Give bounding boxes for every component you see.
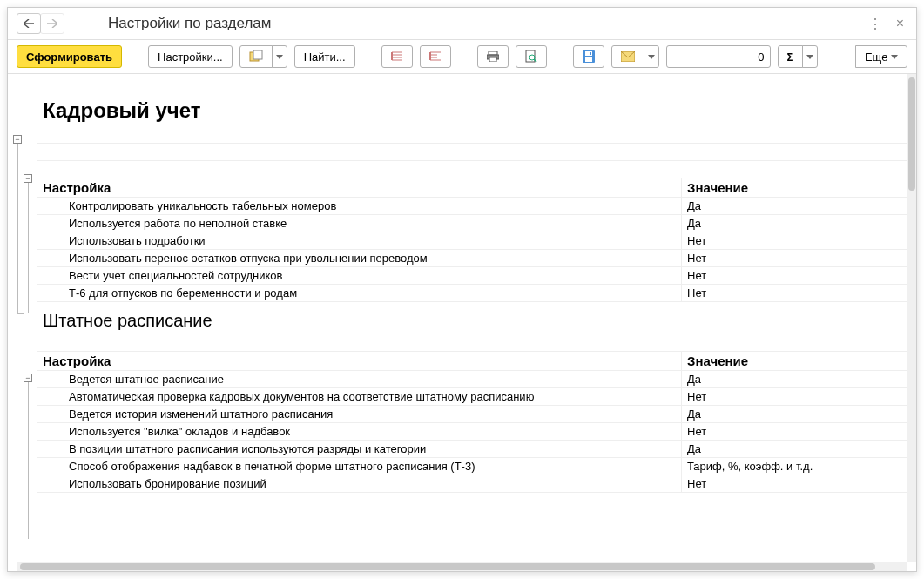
email-dropdown[interactable] bbox=[644, 45, 659, 68]
email-button[interactable] bbox=[611, 45, 644, 68]
more-group: Еще bbox=[856, 45, 907, 68]
table-header-1: Настройка Значение bbox=[37, 178, 907, 198]
settings-variant-button[interactable] bbox=[239, 45, 273, 68]
horizontal-scrollbar[interactable] bbox=[17, 562, 907, 571]
tree-collapse-section-1[interactable]: − bbox=[13, 135, 22, 144]
table-row[interactable]: Ведется штатное расписаниеДа bbox=[37, 371, 907, 388]
section-title-1: Кадровый учет bbox=[37, 91, 907, 126]
collapse-groups-button[interactable] bbox=[420, 45, 451, 68]
settings-button[interactable]: Настройки... bbox=[148, 45, 233, 68]
table-row[interactable]: Автоматическая проверка кадровых докумен… bbox=[37, 388, 907, 406]
print-button[interactable] bbox=[477, 45, 509, 68]
table-row[interactable]: Используется "вилка" окладов и надбавокН… bbox=[37, 423, 907, 441]
tree-collapse-sub-2[interactable]: − bbox=[24, 374, 32, 382]
table-row[interactable]: Использовать перенос остатков отпуска пр… bbox=[37, 250, 907, 267]
table-row[interactable]: Использовать подработкиНет bbox=[37, 232, 907, 250]
vertical-scrollbar[interactable] bbox=[907, 74, 916, 562]
sum-group: Σ bbox=[778, 45, 819, 68]
kebab-menu-icon[interactable]: ⋮ bbox=[868, 16, 882, 32]
col-header-setting: Настройка bbox=[37, 178, 681, 197]
tree-gutter: − − − bbox=[8, 74, 37, 562]
titlebar: Настройки по разделам ⋮ × bbox=[8, 8, 916, 40]
settings-variant-dropdown[interactable] bbox=[272, 45, 287, 68]
section-title-2: Штатное расписание bbox=[37, 302, 907, 334]
col-header-value: Значение bbox=[681, 178, 907, 197]
expand-groups-button[interactable] bbox=[381, 45, 413, 68]
sum-dropdown[interactable] bbox=[802, 45, 818, 68]
back-button[interactable] bbox=[17, 13, 41, 34]
svg-rect-2 bbox=[489, 51, 497, 55]
email-group bbox=[611, 45, 659, 68]
svg-rect-10 bbox=[590, 52, 591, 55]
save-button[interactable] bbox=[573, 45, 604, 68]
col-header-value: Значение bbox=[681, 352, 907, 370]
svg-rect-1 bbox=[253, 50, 262, 59]
find-button[interactable]: Найти... bbox=[294, 45, 355, 68]
report-body[interactable]: Кадровый учет Настройка Значение Контрол… bbox=[37, 74, 907, 562]
table-row[interactable]: Ведется история изменений штатного распи… bbox=[37, 406, 907, 423]
settings-variant-group bbox=[239, 45, 287, 68]
table-row[interactable]: Т-6 для отпусков по беременности и родам… bbox=[37, 285, 907, 302]
table-row[interactable]: Контролировать уникальность табельных но… bbox=[37, 198, 907, 215]
page-title: Настройки по разделам bbox=[108, 15, 868, 32]
app-window: Настройки по разделам ⋮ × Сформировать Н… bbox=[7, 7, 917, 572]
tree-collapse-sub-1[interactable]: − bbox=[24, 174, 32, 183]
table-row[interactable]: Вести учет специальностей сотрудниковНет bbox=[37, 267, 907, 285]
table-row[interactable]: Использовать бронирование позицийНет bbox=[37, 475, 907, 493]
sum-button[interactable]: Σ bbox=[778, 45, 804, 68]
more-button[interactable]: Еще bbox=[855, 45, 907, 68]
svg-rect-9 bbox=[585, 57, 592, 62]
number-input[interactable] bbox=[666, 45, 771, 68]
svg-rect-4 bbox=[489, 57, 496, 62]
table-row[interactable]: Используется работа по неполной ставкеДа bbox=[37, 215, 907, 232]
vertical-scrollbar-thumb[interactable] bbox=[908, 77, 915, 191]
table-row[interactable]: В позиции штатного расписания используют… bbox=[37, 441, 907, 458]
table-row[interactable]: Способ отображения надбавок в печатной ф… bbox=[37, 458, 907, 475]
forward-button[interactable] bbox=[40, 13, 64, 34]
col-header-setting: Настройка bbox=[37, 352, 681, 370]
close-button[interactable]: × bbox=[893, 16, 907, 31]
content-area: − − − Кадровый учет Настройка Значение К… bbox=[8, 74, 916, 562]
preview-button[interactable] bbox=[516, 45, 547, 68]
table-header-2: Настройка Значение bbox=[37, 352, 907, 371]
horizontal-scrollbar-thumb[interactable] bbox=[20, 563, 875, 570]
toolbar: Сформировать Настройки... Найти... bbox=[8, 40, 916, 74]
generate-button[interactable]: Сформировать bbox=[17, 45, 122, 68]
